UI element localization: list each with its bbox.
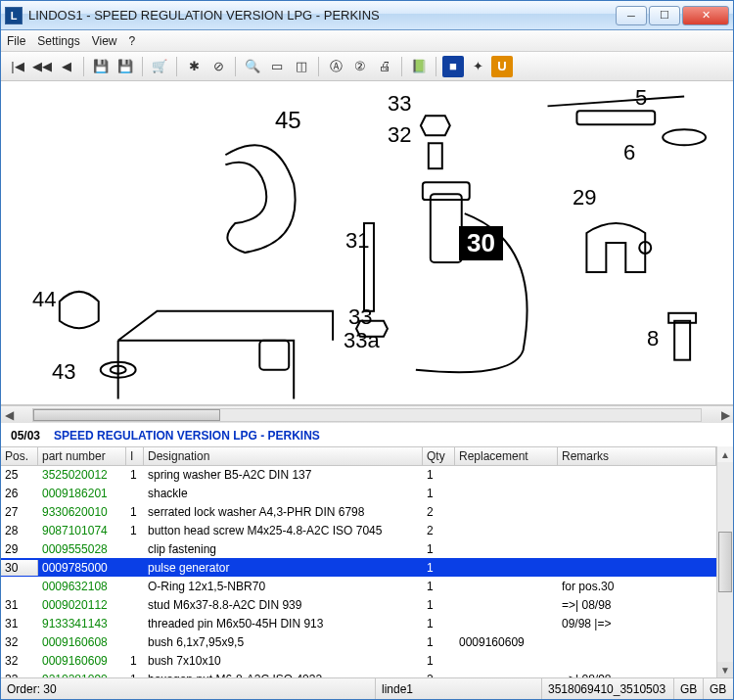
col-i[interactable]: I: [126, 447, 144, 466]
table-row[interactable]: 260009186201shackle1: [1, 484, 716, 502]
save2-icon[interactable]: 💾: [115, 56, 136, 77]
cell-pos: 32: [1, 634, 38, 650]
u-icon[interactable]: U: [491, 56, 513, 77]
diagram-label-32: 32: [388, 122, 411, 148]
col-part[interactable]: part number: [38, 447, 126, 466]
star-icon[interactable]: ✦: [467, 56, 488, 77]
diagram-label-45: 45: [275, 107, 301, 134]
menu-file[interactable]: File: [7, 34, 25, 48]
scroll-down-icon[interactable]: ▼: [717, 662, 733, 677]
toolbar-separator: [235, 57, 236, 76]
statusbar: Order: 30 linde1 3518069410_3510503 GB G…: [1, 677, 733, 699]
save1-icon[interactable]: 💾: [90, 56, 112, 77]
cell-repl: [455, 585, 558, 587]
col-designation[interactable]: Designation: [144, 447, 423, 466]
scroll-thumb[interactable]: [718, 532, 732, 591]
cart-icon[interactable]: 🛒: [149, 56, 170, 77]
cell-part: 0009020112: [38, 597, 126, 613]
menu-help[interactable]: ?: [129, 34, 136, 48]
table-row[interactable]: 2793306200101serrated lock washer A4,3-P…: [1, 502, 716, 521]
cell-repl: [455, 623, 558, 625]
col-remarks[interactable]: Remarks: [558, 447, 716, 466]
cell-pos: 31: [1, 616, 38, 631]
parts-title: SPEED REGULATION VERSION LPG - PERKINS: [54, 429, 320, 443]
menu-settings[interactable]: Settings: [37, 34, 79, 48]
window-buttons: ─ ☐ ✕: [616, 6, 729, 25]
cell-i: [126, 567, 144, 569]
cell-rem: [558, 641, 716, 643]
cell-qty: 2: [423, 523, 455, 538]
diagram-label-31: 31: [345, 228, 369, 254]
cell-pos: 25: [1, 467, 38, 483]
diagram-label-6: 6: [623, 140, 635, 165]
minimize-button[interactable]: ─: [616, 6, 647, 25]
table-row[interactable]: 3200091606091bush 7x10x101: [1, 651, 716, 670]
first-icon[interactable]: |◀: [7, 56, 28, 77]
scroll-thumb[interactable]: [33, 409, 220, 421]
cell-pos: [1, 585, 38, 587]
rewind-icon[interactable]: ◀◀: [31, 56, 53, 77]
prev-icon[interactable]: ◀: [56, 56, 77, 77]
table-row[interactable]: 0009632108O-Ring 12x1,5-NBR701for pos.30: [1, 577, 716, 595]
book-icon[interactable]: 📗: [408, 56, 430, 77]
flag1-icon[interactable]: ✱: [183, 56, 205, 77]
cell-rem: for pos.30: [558, 579, 716, 594]
cell-i: 1: [126, 467, 144, 483]
cell-qty: 1: [423, 597, 455, 613]
diagram-hscrollbar[interactable]: ◀ ▶: [1, 405, 733, 423]
cell-qty: 1: [423, 634, 455, 650]
zoom-icon[interactable]: 🔍: [242, 56, 263, 77]
menu-view[interactable]: View: [92, 34, 117, 48]
col-replacement[interactable]: Replacement: [455, 447, 558, 466]
cell-rem: [558, 530, 716, 532]
diagram-label-43: 43: [52, 359, 75, 385]
eu-icon[interactable]: ■: [442, 56, 464, 77]
diagram-label-33-top: 33: [388, 91, 411, 117]
cell-qty: 1: [423, 616, 455, 631]
col-qty[interactable]: Qty: [423, 447, 455, 466]
toolbar-separator: [142, 57, 143, 76]
circle-2-icon[interactable]: ②: [349, 56, 371, 77]
close-button[interactable]: ✕: [682, 6, 729, 25]
status-order: Order: 30: [1, 678, 376, 699]
diagram-label-30-selected[interactable]: 30: [459, 226, 503, 260]
table-row[interactable]: 2890871010741button head screw M4x25-4.8…: [1, 521, 716, 539]
circle-a-icon[interactable]: Ⓐ: [325, 56, 346, 77]
page-icon[interactable]: ▭: [266, 56, 288, 77]
cell-repl: [455, 492, 558, 494]
scroll-track[interactable]: [32, 408, 702, 422]
scroll-up-icon[interactable]: ▲: [717, 446, 733, 462]
cell-repl: 0009160609: [455, 634, 558, 650]
cell-desig: bush 6,1x7,95x9,5: [144, 634, 423, 650]
svg-rect-1: [576, 111, 655, 124]
parts-vscrollbar[interactable]: ▲ ▼: [716, 446, 733, 677]
table-row[interactable]: 2535250200121spring washer B5-A2C DIN 13…: [1, 465, 716, 484]
table-row[interactable]: 319133341143threaded pin M6x50-45H DIN 9…: [1, 614, 716, 632]
cell-i: 1: [126, 504, 144, 520]
scroll-track[interactable]: [717, 462, 733, 662]
cell-desig: bush 7x10x10: [144, 653, 423, 669]
print-icon[interactable]: 🖨: [374, 56, 395, 77]
diagram-label-44: 44: [32, 287, 56, 312]
col-pos[interactable]: Pos.: [1, 447, 38, 466]
table-row[interactable]: 290009555028clip fastening1: [1, 539, 716, 558]
diagram-viewport[interactable]: 45 44 43 33 32 31 33 33a 30 5 6 29 8: [1, 81, 733, 405]
table-row[interactable]: 310009020112stud M6x37-8.8-A2C DIN 9391=…: [1, 595, 716, 614]
maximize-button[interactable]: ☐: [649, 6, 680, 25]
table-row[interactable]: 320009160608bush 6,1x7,95x9,510009160609: [1, 632, 716, 651]
cell-desig: shackle: [144, 486, 423, 501]
table-row[interactable]: 3392102810901hexagon nut M6-8-A2C ISO 40…: [1, 670, 716, 677]
scroll-right-icon[interactable]: ▶: [717, 407, 733, 423]
doc-icon[interactable]: ◫: [291, 56, 312, 77]
parts-date: 05/03: [11, 429, 40, 443]
cell-qty: 1: [423, 560, 455, 576]
table-row[interactable]: 300009785000pulse generator1: [1, 558, 716, 577]
menubar: File Settings View ?: [1, 30, 733, 52]
cell-i: [126, 641, 144, 643]
cell-repl: [455, 548, 558, 550]
scroll-left-icon[interactable]: ◀: [1, 407, 17, 423]
cell-qty: 1: [423, 467, 455, 483]
flag2-icon[interactable]: ⊘: [207, 56, 229, 77]
svg-rect-6: [431, 194, 462, 262]
cell-i: 1: [126, 523, 144, 538]
